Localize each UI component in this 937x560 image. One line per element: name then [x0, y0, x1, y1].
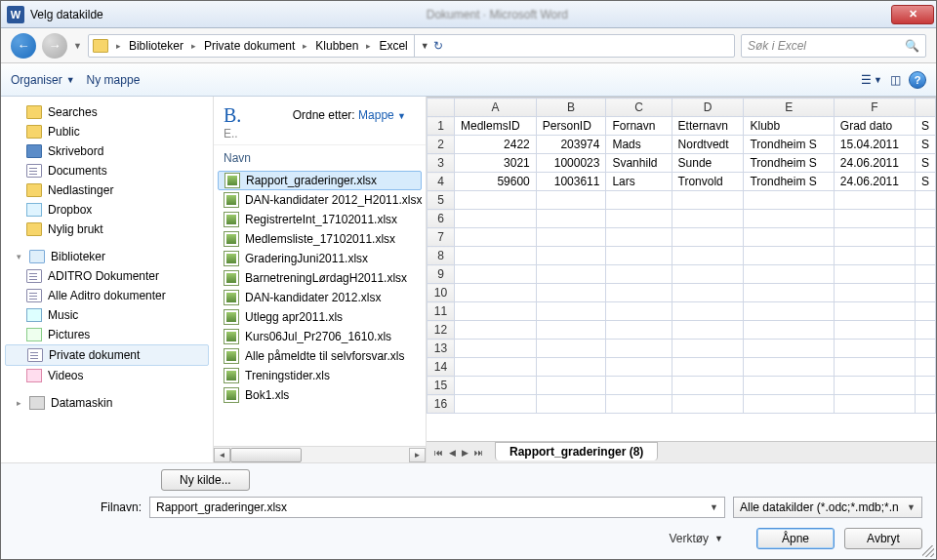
- cell[interactable]: [606, 302, 672, 321]
- file-row[interactable]: DAN-kandidater 2012.xlsx: [214, 288, 426, 307]
- cell[interactable]: 203974: [536, 136, 606, 154]
- back-button[interactable]: ←: [11, 33, 36, 59]
- row-head[interactable]: 1: [428, 117, 455, 136]
- cell[interactable]: [455, 210, 537, 228]
- cell[interactable]: [455, 284, 537, 302]
- file-list[interactable]: Rapport_graderinger.xlsxDAN-kandidater 2…: [214, 171, 426, 446]
- cell[interactable]: S: [915, 173, 935, 191]
- col-head[interactable]: A: [455, 99, 537, 117]
- cell[interactable]: [536, 321, 606, 340]
- cell[interactable]: [672, 265, 744, 284]
- cell[interactable]: [834, 395, 915, 414]
- cancel-button[interactable]: Avbryt: [844, 528, 922, 549]
- cell[interactable]: [915, 358, 935, 377]
- cell[interactable]: [834, 284, 915, 302]
- scroll-left-icon[interactable]: ◄: [214, 448, 230, 462]
- new-folder-button[interactable]: Ny mappe: [87, 73, 141, 87]
- cell[interactable]: 24.06.2011: [834, 154, 915, 173]
- file-row[interactable]: Kurs06Jul_Pr2706_1610.xls: [214, 327, 426, 346]
- breadcrumb-dropdown[interactable]: ▼: [421, 41, 429, 51]
- cell[interactable]: [536, 340, 606, 358]
- cell[interactable]: [834, 228, 915, 247]
- cell[interactable]: [744, 265, 834, 284]
- cell[interactable]: [672, 284, 744, 302]
- file-row[interactable]: DAN-kandidater 2012_H2011.xlsx: [214, 190, 426, 210]
- preview-pane-toggle[interactable]: ◫: [890, 73, 901, 87]
- crumb-excel[interactable]: Excel: [375, 39, 411, 53]
- row-head[interactable]: 10: [428, 284, 455, 302]
- row-head[interactable]: 7: [428, 228, 455, 247]
- cell[interactable]: [672, 377, 744, 395]
- cell[interactable]: [455, 302, 537, 321]
- cell[interactable]: [455, 191, 537, 210]
- cell[interactable]: Grad dato: [834, 117, 915, 136]
- cell[interactable]: [915, 321, 935, 340]
- chevron-right-icon[interactable]: ▸: [114, 41, 123, 51]
- file-row[interactable]: RegistrerteInt_17102011.xlsx: [214, 210, 426, 229]
- cell[interactable]: 15.04.2011: [834, 136, 915, 154]
- nav-heading-biblioteker[interactable]: ▾Biblioteker: [1, 247, 213, 266]
- cell[interactable]: [536, 210, 606, 228]
- col-head[interactable]: D: [672, 99, 744, 117]
- cell[interactable]: [744, 302, 834, 321]
- nav-item[interactable]: Music: [1, 305, 213, 325]
- cell[interactable]: [455, 358, 537, 377]
- cell[interactable]: [915, 191, 935, 210]
- organize-menu[interactable]: Organiser ▼: [11, 73, 75, 87]
- nav-heading-computer[interactable]: ▸Datamaskin: [1, 393, 213, 413]
- cell[interactable]: [834, 247, 915, 265]
- cell[interactable]: Trondheim S: [744, 136, 834, 154]
- cell[interactable]: [744, 228, 834, 247]
- row-head[interactable]: 4: [428, 173, 455, 191]
- cell[interactable]: [834, 340, 915, 358]
- cell[interactable]: [834, 321, 915, 340]
- chevron-right-icon[interactable]: ▸: [189, 41, 198, 51]
- row-head[interactable]: 9: [428, 265, 455, 284]
- cell[interactable]: [834, 265, 915, 284]
- crumb-biblioteker[interactable]: Biblioteker: [125, 39, 187, 53]
- file-row[interactable]: Alle påmeldte til selvforsvar.xls: [214, 346, 426, 366]
- chevron-right-icon[interactable]: ▸: [364, 41, 373, 51]
- search-input[interactable]: Søk i Excel 🔍: [741, 34, 926, 58]
- cell[interactable]: [744, 191, 834, 210]
- cell[interactable]: [834, 210, 915, 228]
- cell[interactable]: [606, 358, 672, 377]
- row-head[interactable]: 5: [428, 191, 455, 210]
- close-button[interactable]: ✕: [891, 5, 934, 24]
- crumb-private-dokument[interactable]: Private dokument: [200, 39, 299, 53]
- cell[interactable]: [915, 247, 935, 265]
- cell[interactable]: Lars: [606, 173, 672, 191]
- file-row[interactable]: Rapport_graderinger.xlsx: [218, 171, 422, 190]
- cell[interactable]: [744, 395, 834, 414]
- cell[interactable]: Etternavn: [672, 117, 744, 136]
- cell[interactable]: [606, 191, 672, 210]
- cell[interactable]: [744, 321, 834, 340]
- cell[interactable]: [744, 284, 834, 302]
- cell[interactable]: [744, 340, 834, 358]
- sheet-grid[interactable]: ABCDEF1MedlemsIDPersonIDFornavnEtternavn…: [427, 97, 936, 441]
- sort-field-link[interactable]: Mappe ▼: [358, 108, 406, 122]
- search-icon[interactable]: 🔍: [905, 39, 919, 53]
- cell[interactable]: [536, 302, 606, 321]
- row-head[interactable]: 3: [428, 154, 455, 173]
- sheet-nav-prev-icon[interactable]: ◀: [447, 448, 458, 458]
- nav-item[interactable]: Videos: [1, 366, 213, 385]
- new-source-button[interactable]: Ny kilde...: [161, 469, 250, 491]
- cell[interactable]: PersonID: [536, 117, 606, 136]
- cell[interactable]: [744, 358, 834, 377]
- cell[interactable]: [455, 228, 537, 247]
- cell[interactable]: [915, 210, 935, 228]
- cell[interactable]: [672, 358, 744, 377]
- sheet-nav-next-icon[interactable]: ▶: [460, 448, 470, 458]
- cell[interactable]: [672, 210, 744, 228]
- cell[interactable]: [672, 340, 744, 358]
- nav-item[interactable]: Private dokument: [5, 344, 209, 366]
- cell[interactable]: [672, 302, 744, 321]
- nav-item[interactable]: Alle Aditro dokumenter: [1, 286, 213, 305]
- open-button[interactable]: Åpne: [756, 528, 835, 549]
- cell[interactable]: [606, 377, 672, 395]
- row-head[interactable]: 12: [428, 321, 455, 340]
- file-row[interactable]: Bok1.xls: [214, 385, 426, 405]
- row-head[interactable]: 8: [428, 247, 455, 265]
- col-head[interactable]: C: [606, 99, 672, 117]
